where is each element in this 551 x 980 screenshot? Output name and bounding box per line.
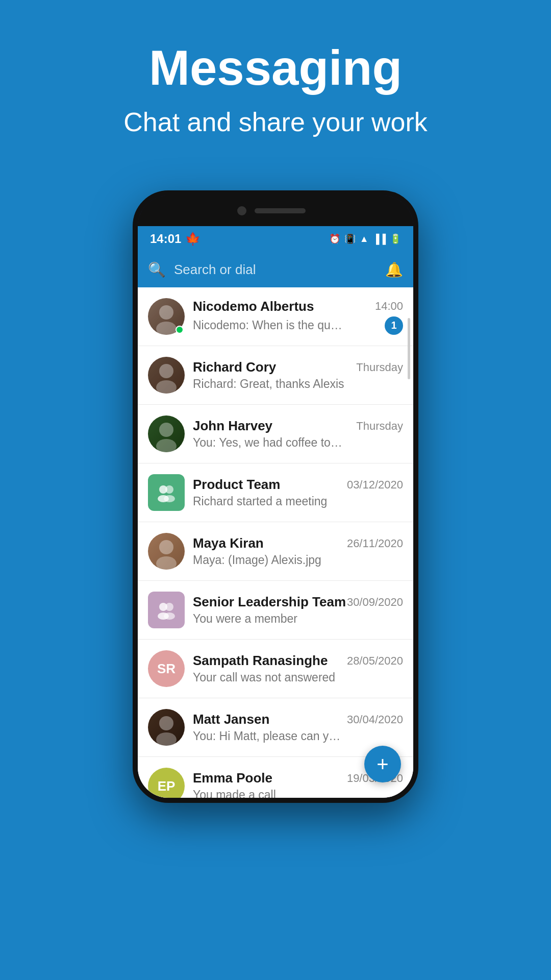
svg-point-10 — [165, 485, 173, 494]
conv-time-senior-leadership: 30/09/2020 — [347, 596, 403, 609]
conv-name-nicodemo: Nicodemo Albertus — [193, 299, 314, 314]
conversation-item-richard[interactable]: Richard CoryThursdayRichard: Great, than… — [138, 346, 413, 405]
conv-content-matt: Matt Jansen30/04/2020You: Hi Matt, pleas… — [193, 712, 403, 743]
conv-preview-sampath: Your call was not answered — [193, 671, 335, 684]
phone-frame: 14:01 🍁 ⏰ 📳 ▲ ▐▐ 🔋 🔍 Search or dial 🔔 — [133, 190, 418, 803]
conv-preview-richard: Richard: Great, thanks Alexis — [193, 377, 344, 391]
conversation-item-sampath[interactable]: SRSampath Ranasinghe28/05/2020Your call … — [138, 640, 413, 698]
svg-point-7 — [159, 423, 173, 437]
search-icon: 🔍 — [148, 261, 166, 278]
avatar-wrap-maya — [148, 533, 185, 570]
conversation-item-nicodemo[interactable]: Nicodemo Albertus14:00Nicodemo: When is … — [138, 287, 413, 346]
conv-content-maya: Maya Kiran26/11/2020Maya: (Image) Alexis… — [193, 535, 403, 567]
status-bar: 14:01 🍁 ⏰ 📳 ▲ ▐▐ 🔋 — [138, 226, 413, 252]
initials-avatar-sampath: SR — [148, 650, 185, 687]
vibrate-icon: 📳 — [344, 233, 356, 244]
avatar-wrap-john — [148, 415, 185, 452]
signal-icon: ▐▐ — [372, 234, 386, 244]
svg-point-4 — [159, 364, 173, 378]
photo-avatar-maya — [148, 533, 185, 570]
svg-point-21 — [159, 716, 173, 730]
status-time: 14:01 🍁 — [150, 232, 201, 246]
conv-name-emma: Emma Poole — [193, 770, 272, 786]
conv-content-john: John HarveyThursdayYou: Yes, we had coff… — [193, 418, 403, 450]
phone-content: 14:01 🍁 ⏰ 📳 ▲ ▐▐ 🔋 🔍 Search or dial 🔔 — [138, 226, 413, 798]
status-icons: ⏰ 📳 ▲ ▐▐ 🔋 — [329, 233, 401, 244]
notification-bell-icon[interactable]: 🔔 — [385, 261, 403, 278]
conv-time-nicodemo: 14:00 — [375, 300, 403, 313]
phone-top-bar — [138, 195, 413, 226]
conv-preview-product-team: Richard started a meeting — [193, 495, 327, 508]
speaker-grille — [255, 208, 306, 213]
conv-time-richard: Thursday — [356, 361, 403, 374]
svg-point-12 — [164, 495, 175, 502]
avatar-wrap-matt — [148, 709, 185, 746]
conversation-item-senior-leadership[interactable]: Senior Leadership Team30/09/2020You were… — [138, 581, 413, 640]
conv-name-richard: Richard Cory — [193, 359, 276, 375]
conv-time-sampath: 28/05/2020 — [347, 654, 403, 668]
battery-icon: 🔋 — [390, 233, 401, 244]
conv-content-richard: Richard CoryThursdayRichard: Great, than… — [193, 359, 403, 391]
svg-point-17 — [165, 603, 173, 611]
avatar-wrap-emma: EP — [148, 768, 185, 798]
hero-section: Messaging Chat and share your work — [0, 0, 551, 160]
avatar-wrap-senior-leadership — [148, 592, 185, 628]
svg-point-1 — [159, 305, 173, 320]
avatar-wrap-nicodemo — [148, 298, 185, 335]
photo-avatar-richard — [148, 357, 185, 394]
search-bar[interactable]: 🔍 Search or dial 🔔 — [138, 252, 413, 287]
conv-name-maya: Maya Kiran — [193, 535, 264, 551]
avatar-wrap-richard — [148, 357, 185, 394]
svg-point-19 — [164, 612, 175, 620]
hero-subtitle: Chat and share your work — [123, 105, 427, 140]
avatar-wrap-sampath: SR — [148, 650, 185, 687]
conversation-item-john[interactable]: John HarveyThursdayYou: Yes, we had coff… — [138, 405, 413, 463]
scrollbar — [408, 318, 410, 379]
alarm-icon: ⏰ — [329, 233, 340, 244]
unread-badge-nicodemo: 1 — [385, 316, 403, 335]
conv-preview-emma: You made a call — [193, 788, 276, 798]
conv-time-maya: 26/11/2020 — [347, 537, 403, 550]
conv-content-senior-leadership: Senior Leadership Team30/09/2020You were… — [193, 594, 403, 626]
conv-preview-matt: You: Hi Matt, please can you send me the… — [193, 729, 346, 743]
conv-name-senior-leadership: Senior Leadership Team — [193, 594, 346, 610]
avatar-wrap-product-team — [148, 474, 185, 511]
conv-name-product-team: Product Team — [193, 477, 280, 493]
conv-preview-senior-leadership: You were a member — [193, 612, 297, 626]
conversation-item-product-team[interactable]: Product Team03/12/2020Richard started a … — [138, 463, 413, 522]
conv-name-john: John Harvey — [193, 418, 272, 434]
conversation-list: Nicodemo Albertus14:00Nicodemo: When is … — [138, 287, 413, 798]
leaf-icon: 🍁 — [185, 232, 201, 246]
initials-avatar-emma: EP — [148, 768, 185, 798]
group-avatar-senior-leadership — [148, 592, 185, 628]
new-conversation-fab[interactable]: + — [364, 746, 401, 782]
conv-content-product-team: Product Team03/12/2020Richard started a … — [193, 477, 403, 508]
conv-name-sampath: Sampath Ranasinghe — [193, 653, 328, 669]
phone-device: 14:01 🍁 ⏰ 📳 ▲ ▐▐ 🔋 🔍 Search or dial 🔔 — [133, 190, 418, 803]
conv-preview-maya: Maya: (Image) Alexis.jpg — [193, 553, 321, 567]
photo-avatar-matt — [148, 709, 185, 746]
conv-time-john: Thursday — [356, 420, 403, 433]
online-indicator-nicodemo — [176, 326, 184, 334]
search-input[interactable]: Search or dial — [174, 262, 377, 278]
conv-time-matt: 30/04/2020 — [347, 713, 403, 726]
conv-name-matt: Matt Jansen — [193, 712, 269, 727]
conv-preview-nicodemo: Nicodemo: When is the quarterly sales up… — [193, 318, 346, 332]
conversation-item-maya[interactable]: Maya Kiran26/11/2020Maya: (Image) Alexis… — [138, 522, 413, 581]
front-camera — [237, 206, 246, 215]
conv-content-nicodemo: Nicodemo Albertus14:00Nicodemo: When is … — [193, 299, 403, 335]
svg-point-14 — [159, 540, 173, 554]
group-avatar-product-team — [148, 474, 185, 511]
hero-title: Messaging — [149, 41, 402, 95]
conversation-item-matt[interactable]: Matt Jansen30/04/2020You: Hi Matt, pleas… — [138, 698, 413, 757]
photo-avatar-john — [148, 415, 185, 452]
conv-content-sampath: Sampath Ranasinghe28/05/2020Your call wa… — [193, 653, 403, 684]
conv-preview-john: You: Yes, we had coffee together, I thin… — [193, 436, 346, 450]
wifi-icon: ▲ — [360, 234, 369, 244]
conv-time-product-team: 03/12/2020 — [347, 478, 403, 492]
